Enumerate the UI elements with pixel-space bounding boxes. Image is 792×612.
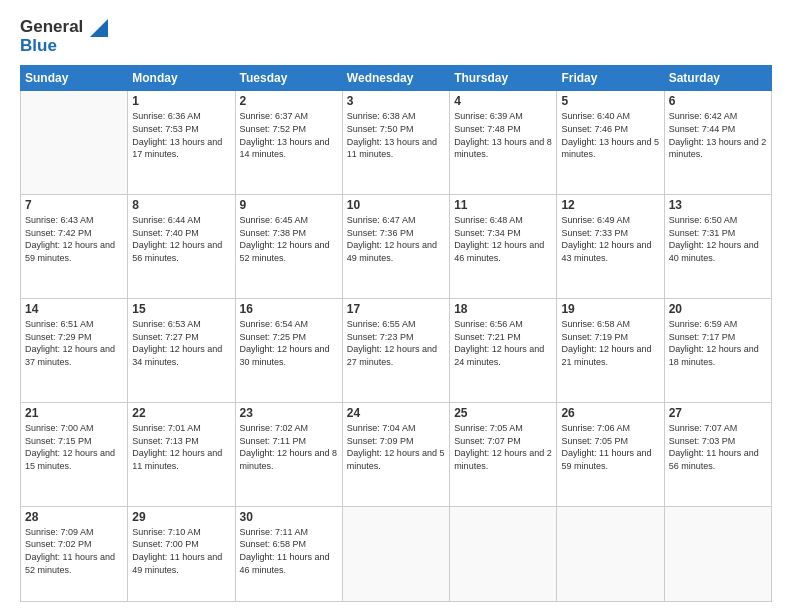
calendar-cell: 9Sunrise: 6:45 AMSunset: 7:38 PMDaylight… [235, 195, 342, 299]
day-info: Sunrise: 6:36 AMSunset: 7:53 PMDaylight:… [132, 110, 230, 160]
day-number: 22 [132, 406, 230, 420]
day-number: 23 [240, 406, 338, 420]
day-info: Sunrise: 7:02 AMSunset: 7:11 PMDaylight:… [240, 422, 338, 472]
header: General Blue [20, 18, 772, 55]
day-number: 8 [132, 198, 230, 212]
weekday-header-wednesday: Wednesday [342, 66, 449, 91]
day-info: Sunrise: 7:10 AMSunset: 7:00 PMDaylight:… [132, 526, 230, 576]
day-number: 17 [347, 302, 445, 316]
calendar-cell: 25Sunrise: 7:05 AMSunset: 7:07 PMDayligh… [450, 402, 557, 506]
day-number: 29 [132, 510, 230, 524]
day-info: Sunrise: 7:07 AMSunset: 7:03 PMDaylight:… [669, 422, 767, 472]
calendar-table: SundayMondayTuesdayWednesdayThursdayFrid… [20, 65, 772, 602]
calendar-cell: 3Sunrise: 6:38 AMSunset: 7:50 PMDaylight… [342, 91, 449, 195]
day-number: 3 [347, 94, 445, 108]
day-number: 9 [240, 198, 338, 212]
calendar-cell [664, 506, 771, 601]
calendar-cell: 8Sunrise: 6:44 AMSunset: 7:40 PMDaylight… [128, 195, 235, 299]
calendar-week-2: 7Sunrise: 6:43 AMSunset: 7:42 PMDaylight… [21, 195, 772, 299]
weekday-header-tuesday: Tuesday [235, 66, 342, 91]
calendar-cell: 21Sunrise: 7:00 AMSunset: 7:15 PMDayligh… [21, 402, 128, 506]
weekday-header-saturday: Saturday [664, 66, 771, 91]
calendar-cell: 22Sunrise: 7:01 AMSunset: 7:13 PMDayligh… [128, 402, 235, 506]
calendar-cell: 20Sunrise: 6:59 AMSunset: 7:17 PMDayligh… [664, 299, 771, 403]
calendar-cell [557, 506, 664, 601]
calendar-cell: 5Sunrise: 6:40 AMSunset: 7:46 PMDaylight… [557, 91, 664, 195]
calendar-cell: 27Sunrise: 7:07 AMSunset: 7:03 PMDayligh… [664, 402, 771, 506]
day-info: Sunrise: 7:00 AMSunset: 7:15 PMDaylight:… [25, 422, 123, 472]
day-number: 2 [240, 94, 338, 108]
day-info: Sunrise: 6:49 AMSunset: 7:33 PMDaylight:… [561, 214, 659, 264]
day-info: Sunrise: 6:38 AMSunset: 7:50 PMDaylight:… [347, 110, 445, 160]
day-number: 11 [454, 198, 552, 212]
day-info: Sunrise: 6:44 AMSunset: 7:40 PMDaylight:… [132, 214, 230, 264]
calendar-cell: 2Sunrise: 6:37 AMSunset: 7:52 PMDaylight… [235, 91, 342, 195]
calendar-week-4: 21Sunrise: 7:00 AMSunset: 7:15 PMDayligh… [21, 402, 772, 506]
day-number: 7 [25, 198, 123, 212]
day-number: 5 [561, 94, 659, 108]
logo: General Blue [20, 18, 108, 55]
day-info: Sunrise: 6:51 AMSunset: 7:29 PMDaylight:… [25, 318, 123, 368]
day-number: 19 [561, 302, 659, 316]
day-info: Sunrise: 6:48 AMSunset: 7:34 PMDaylight:… [454, 214, 552, 264]
calendar-cell [21, 91, 128, 195]
logo-wordmark: General Blue [20, 18, 108, 55]
calendar-cell: 7Sunrise: 6:43 AMSunset: 7:42 PMDaylight… [21, 195, 128, 299]
calendar-cell: 4Sunrise: 6:39 AMSunset: 7:48 PMDaylight… [450, 91, 557, 195]
day-info: Sunrise: 6:59 AMSunset: 7:17 PMDaylight:… [669, 318, 767, 368]
day-number: 16 [240, 302, 338, 316]
day-info: Sunrise: 6:43 AMSunset: 7:42 PMDaylight:… [25, 214, 123, 264]
calendar-cell: 19Sunrise: 6:58 AMSunset: 7:19 PMDayligh… [557, 299, 664, 403]
calendar-cell: 13Sunrise: 6:50 AMSunset: 7:31 PMDayligh… [664, 195, 771, 299]
day-number: 12 [561, 198, 659, 212]
day-info: Sunrise: 7:11 AMSunset: 6:58 PMDaylight:… [240, 526, 338, 576]
calendar-cell: 12Sunrise: 6:49 AMSunset: 7:33 PMDayligh… [557, 195, 664, 299]
svg-marker-0 [90, 19, 108, 37]
day-number: 25 [454, 406, 552, 420]
day-info: Sunrise: 6:42 AMSunset: 7:44 PMDaylight:… [669, 110, 767, 160]
day-info: Sunrise: 7:06 AMSunset: 7:05 PMDaylight:… [561, 422, 659, 472]
weekday-header-thursday: Thursday [450, 66, 557, 91]
day-info: Sunrise: 6:53 AMSunset: 7:27 PMDaylight:… [132, 318, 230, 368]
day-info: Sunrise: 6:45 AMSunset: 7:38 PMDaylight:… [240, 214, 338, 264]
day-info: Sunrise: 6:55 AMSunset: 7:23 PMDaylight:… [347, 318, 445, 368]
calendar-week-1: 1Sunrise: 6:36 AMSunset: 7:53 PMDaylight… [21, 91, 772, 195]
day-number: 4 [454, 94, 552, 108]
day-number: 15 [132, 302, 230, 316]
calendar-cell: 1Sunrise: 6:36 AMSunset: 7:53 PMDaylight… [128, 91, 235, 195]
day-number: 14 [25, 302, 123, 316]
calendar-week-3: 14Sunrise: 6:51 AMSunset: 7:29 PMDayligh… [21, 299, 772, 403]
calendar-cell: 29Sunrise: 7:10 AMSunset: 7:00 PMDayligh… [128, 506, 235, 601]
weekday-header-row: SundayMondayTuesdayWednesdayThursdayFrid… [21, 66, 772, 91]
calendar-cell: 17Sunrise: 6:55 AMSunset: 7:23 PMDayligh… [342, 299, 449, 403]
calendar-cell: 11Sunrise: 6:48 AMSunset: 7:34 PMDayligh… [450, 195, 557, 299]
calendar-cell [450, 506, 557, 601]
day-number: 6 [669, 94, 767, 108]
day-number: 27 [669, 406, 767, 420]
day-info: Sunrise: 7:05 AMSunset: 7:07 PMDaylight:… [454, 422, 552, 472]
calendar-cell: 10Sunrise: 6:47 AMSunset: 7:36 PMDayligh… [342, 195, 449, 299]
day-number: 18 [454, 302, 552, 316]
calendar-cell: 18Sunrise: 6:56 AMSunset: 7:21 PMDayligh… [450, 299, 557, 403]
day-number: 13 [669, 198, 767, 212]
weekday-header-monday: Monday [128, 66, 235, 91]
calendar-cell: 26Sunrise: 7:06 AMSunset: 7:05 PMDayligh… [557, 402, 664, 506]
day-info: Sunrise: 6:54 AMSunset: 7:25 PMDaylight:… [240, 318, 338, 368]
day-number: 1 [132, 94, 230, 108]
day-number: 21 [25, 406, 123, 420]
calendar-cell: 6Sunrise: 6:42 AMSunset: 7:44 PMDaylight… [664, 91, 771, 195]
logo-triangle-icon [90, 19, 108, 37]
day-info: Sunrise: 6:50 AMSunset: 7:31 PMDaylight:… [669, 214, 767, 264]
calendar-week-5: 28Sunrise: 7:09 AMSunset: 7:02 PMDayligh… [21, 506, 772, 601]
day-number: 30 [240, 510, 338, 524]
day-info: Sunrise: 6:40 AMSunset: 7:46 PMDaylight:… [561, 110, 659, 160]
day-info: Sunrise: 6:56 AMSunset: 7:21 PMDaylight:… [454, 318, 552, 368]
calendar-cell [342, 506, 449, 601]
calendar-cell: 23Sunrise: 7:02 AMSunset: 7:11 PMDayligh… [235, 402, 342, 506]
calendar-cell: 15Sunrise: 6:53 AMSunset: 7:27 PMDayligh… [128, 299, 235, 403]
day-number: 10 [347, 198, 445, 212]
calendar-cell: 24Sunrise: 7:04 AMSunset: 7:09 PMDayligh… [342, 402, 449, 506]
day-info: Sunrise: 6:37 AMSunset: 7:52 PMDaylight:… [240, 110, 338, 160]
page: General Blue SundayMondayTuesdayWednesda… [0, 0, 792, 612]
day-number: 26 [561, 406, 659, 420]
